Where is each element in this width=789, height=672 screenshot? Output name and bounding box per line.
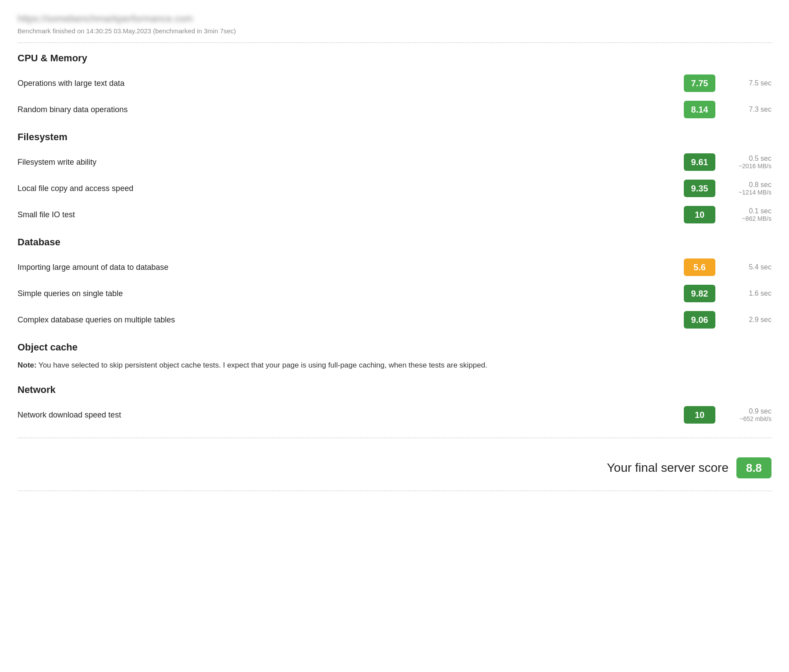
benchmark-meta: Benchmark finished on 14:30:25 03.May.20… xyxy=(18,27,771,35)
benchmark-label: Network download speed test xyxy=(18,410,684,420)
meta-values: 0.1 sec~862 MB/s xyxy=(723,207,771,222)
time-value: 1.6 sec xyxy=(749,290,771,297)
benchmark-row: Filesystem write ability9.610.5 sec~2016… xyxy=(18,149,771,175)
speed-value: ~1214 MB/s xyxy=(739,189,771,196)
benchmark-label: Importing large amount of data to databa… xyxy=(18,263,684,272)
meta-values: 0.9 sec~652 mbit/s xyxy=(723,407,771,422)
score-badge: 9.82 xyxy=(684,285,715,302)
final-score-row: Your final server score 8.8 xyxy=(18,448,771,485)
benchmark-label: Operations with large text data xyxy=(18,79,684,88)
top-divider xyxy=(18,42,771,43)
section-title-cpu-memory: CPU & Memory xyxy=(18,53,771,64)
benchmark-row: Small file IO test100.1 sec~862 MB/s xyxy=(18,202,771,228)
meta-values: 1.6 sec xyxy=(723,290,771,297)
time-value: 5.4 sec xyxy=(749,263,771,271)
meta-values: 7.5 sec xyxy=(723,79,771,87)
benchmark-row: Importing large amount of data to databa… xyxy=(18,254,771,280)
speed-value: ~862 MB/s xyxy=(742,215,771,222)
time-value: 0.5 sec xyxy=(749,155,771,163)
meta-values: 0.8 sec~1214 MB/s xyxy=(723,181,771,196)
meta-values: 5.4 sec xyxy=(723,263,771,271)
benchmark-row: Random binary data operations8.147.3 sec xyxy=(18,96,771,123)
bottom-divider-2 xyxy=(18,491,771,491)
benchmark-row: Operations with large text data7.757.5 s… xyxy=(18,70,771,96)
time-value: 7.5 sec xyxy=(749,79,771,87)
score-badge: 10 xyxy=(684,206,715,223)
benchmark-label: Local file copy and access speed xyxy=(18,184,684,193)
benchmark-label: Random binary data operations xyxy=(18,105,684,114)
section-title-database: Database xyxy=(18,237,771,248)
benchmark-row: Simple queries on single table9.821.6 se… xyxy=(18,280,771,307)
benchmark-label: Complex database queries on multiple tab… xyxy=(18,315,684,325)
benchmark-label: Simple queries on single table xyxy=(18,289,684,298)
score-badge: 10 xyxy=(684,406,715,424)
final-score-label: Your final server score xyxy=(607,461,729,475)
meta-values: 0.5 sec~2016 MB/s xyxy=(723,155,771,170)
section-title-filesystem: Filesystem xyxy=(18,131,771,143)
speed-value: ~652 mbit/s xyxy=(739,415,771,422)
benchmark-label: Filesystem write ability xyxy=(18,158,684,167)
url-display: https://somebenchmarkperformance.com xyxy=(18,13,771,25)
score-badge: 7.75 xyxy=(684,74,715,92)
section-title-object-cache: Object cache xyxy=(18,342,771,353)
meta-values: 2.9 sec xyxy=(723,316,771,324)
score-badge: 9.35 xyxy=(684,180,715,197)
object-cache-note: Note: You have selected to skip persiste… xyxy=(18,359,771,371)
benchmark-row: Complex database queries on multiple tab… xyxy=(18,307,771,333)
score-badge: 5.6 xyxy=(684,258,715,276)
speed-value: ~2016 MB/s xyxy=(739,163,771,170)
score-badge: 9.61 xyxy=(684,153,715,171)
score-badge: 8.14 xyxy=(684,101,715,118)
final-score-badge: 8.8 xyxy=(736,457,771,478)
time-value: 0.1 sec xyxy=(749,207,771,215)
score-badge: 9.06 xyxy=(684,311,715,329)
section-title-network: Network xyxy=(18,384,771,396)
benchmark-row: Local file copy and access speed9.350.8 … xyxy=(18,175,771,202)
time-value: 0.9 sec xyxy=(749,407,771,415)
meta-values: 7.3 sec xyxy=(723,106,771,113)
benchmark-label: Small file IO test xyxy=(18,210,684,219)
bottom-divider-1 xyxy=(18,438,771,438)
time-value: 0.8 sec xyxy=(749,181,771,189)
time-value: 2.9 sec xyxy=(749,316,771,324)
time-value: 7.3 sec xyxy=(749,106,771,113)
benchmark-row: Network download speed test100.9 sec~652… xyxy=(18,402,771,428)
